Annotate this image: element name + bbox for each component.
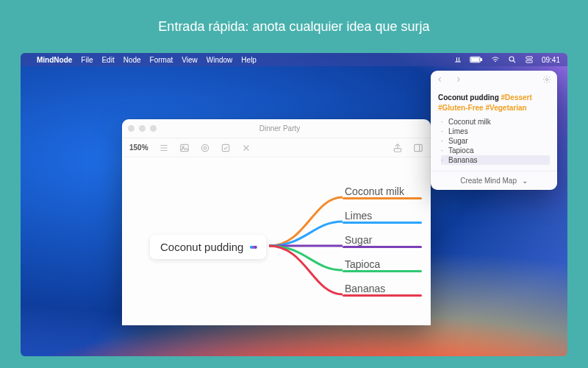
svg-point-3 xyxy=(509,57,514,61)
list-item[interactable]: Coconut milk xyxy=(441,117,550,127)
branch-underline xyxy=(343,197,422,199)
menu-window[interactable]: Window xyxy=(207,56,233,64)
desktop: MindNode File Edit Node Format View Wind… xyxy=(21,53,567,356)
branch-underline xyxy=(343,246,422,248)
chevron-down-icon: ⌄ xyxy=(522,177,528,185)
battery-icon[interactable] xyxy=(470,56,483,63)
focus-icon[interactable] xyxy=(200,143,210,153)
svg-point-9 xyxy=(204,146,207,149)
clock[interactable]: 09:41 xyxy=(542,56,560,64)
menu-edit[interactable]: Edit xyxy=(101,56,114,64)
branch-underline xyxy=(343,270,422,272)
hashtag: #Dessert xyxy=(501,93,532,102)
quick-entry-menubar-icon[interactable] xyxy=(453,55,462,64)
branch-underline xyxy=(343,294,422,297)
branch-node[interactable]: Bananas xyxy=(345,283,385,294)
traffic-lights[interactable] xyxy=(128,125,157,132)
outline-icon[interactable] xyxy=(159,143,169,153)
nav-forward-icon[interactable] xyxy=(453,76,462,85)
toolbar: 150% xyxy=(122,138,431,158)
list-item[interactable]: Limes xyxy=(441,127,550,136)
quick-entry-title: Coconut pudding #Dessert #Gluten-Free #V… xyxy=(438,93,550,113)
close-node-icon[interactable] xyxy=(241,143,251,153)
menubar: MindNode File Edit Node Format View Wind… xyxy=(21,53,567,66)
branch-node[interactable]: Coconut milk xyxy=(345,185,404,197)
wifi-icon[interactable] xyxy=(490,55,501,64)
branch-underline xyxy=(343,222,422,224)
document-title: Dinner Party xyxy=(157,124,403,132)
marketing-headline: Entrada rápida: anota cualquier idea que… xyxy=(0,0,588,48)
create-mind-map-button[interactable]: Create Mind Map ⌄ xyxy=(431,171,557,190)
checkbox-icon[interactable] xyxy=(220,143,231,153)
share-icon[interactable] xyxy=(392,143,403,153)
document-window: Dinner Party 150% xyxy=(122,119,431,325)
mindmap-canvas[interactable]: Coconut pudding ••• Coconut milk Limes S… xyxy=(122,158,431,325)
menu-node[interactable]: Node xyxy=(123,56,141,64)
branch-node[interactable]: Limes xyxy=(345,210,372,222)
svg-rect-6 xyxy=(180,144,188,151)
nav-back-icon[interactable] xyxy=(437,76,445,85)
list-item[interactable]: Sugar xyxy=(441,136,550,146)
svg-rect-4 xyxy=(526,57,532,59)
menu-view[interactable]: View xyxy=(182,56,198,64)
inspector-icon[interactable] xyxy=(413,143,423,153)
ellipsis-icon[interactable]: ••• xyxy=(249,241,256,253)
menu-help[interactable]: Help xyxy=(241,56,257,64)
root-node[interactable]: Coconut pudding ••• xyxy=(150,235,266,259)
list-item[interactable]: Tapioca xyxy=(441,146,550,155)
branch-node[interactable]: Sugar xyxy=(345,234,372,246)
svg-rect-1 xyxy=(481,59,482,61)
control-center-icon[interactable] xyxy=(524,55,534,64)
menu-format[interactable]: Format xyxy=(150,56,173,64)
svg-rect-2 xyxy=(471,58,479,62)
svg-rect-12 xyxy=(415,144,423,151)
titlebar[interactable]: Dinner Party xyxy=(122,119,431,138)
svg-rect-5 xyxy=(526,60,532,63)
svg-rect-10 xyxy=(222,144,229,151)
root-node-label: Coconut pudding xyxy=(160,241,243,253)
app-name[interactable]: MindNode xyxy=(37,56,72,64)
search-icon[interactable] xyxy=(508,55,517,64)
menu-file[interactable]: File xyxy=(81,56,93,64)
branch-node[interactable]: Tapioca xyxy=(345,258,380,270)
quick-entry-panel: Coconut pudding #Dessert #Gluten-Free #V… xyxy=(431,71,557,190)
gear-icon[interactable] xyxy=(542,75,551,85)
hashtag: #Gluten-Free xyxy=(438,104,484,112)
svg-point-8 xyxy=(201,144,208,151)
svg-point-13 xyxy=(546,79,548,81)
list-item[interactable]: Bananas xyxy=(441,155,550,165)
image-icon[interactable] xyxy=(179,143,190,153)
hashtag: #Vegetarian xyxy=(485,104,526,112)
zoom-level[interactable]: 150% xyxy=(129,144,148,152)
